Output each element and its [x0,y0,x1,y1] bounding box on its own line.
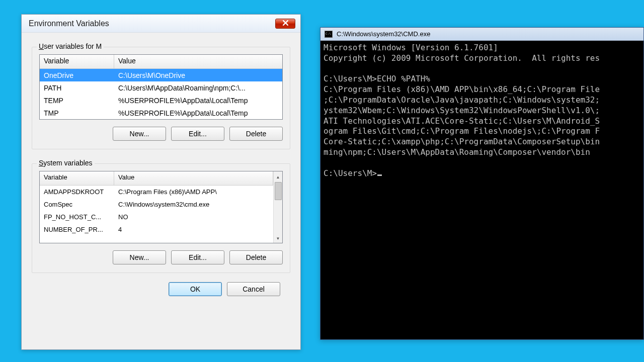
system-delete-button[interactable]: Delete [229,250,283,264]
table-row[interactable]: PATHC:\Users\M\AppData\Roaming\npm;C:\..… [40,81,282,94]
system-edit-button[interactable]: Edit... [171,250,224,264]
system-new-button[interactable]: New... [113,250,166,264]
dialog-titlebar[interactable]: Environment Variables [22,15,300,33]
col-header-variable[interactable]: Variable [40,171,114,185]
table-row[interactable]: TMP%USERPROFILE%\AppData\Local\Temp [40,107,282,119]
cell-value: C:\Program Files (x86)\AMD APP\ [114,187,273,197]
user-variables-label: User variables for M [37,42,104,50]
cell-value: %USERPROFILE%\AppData\Local\Temp [114,108,282,119]
system-variables-group: System variables Variable Value AMDAPPSD… [32,163,290,273]
scrollbar[interactable]: ▲ ▼ [273,171,282,243]
scroll-thumb[interactable] [275,182,282,200]
cell-value: %USERPROFILE%\AppData\Local\Temp [114,95,282,106]
cursor-icon [377,174,382,176]
cell-variable: NUMBER_OF_PR... [40,224,114,235]
cell-variable: OneDrive [40,70,114,81]
scroll-down-icon[interactable]: ▼ [276,234,280,243]
cell-variable: TMP [40,108,114,119]
cell-value: NO [114,212,273,222]
scroll-up-icon[interactable]: ▲ [276,172,280,182]
cell-value: 4 [114,224,273,235]
cmd-titlebar[interactable]: C:\Windows\system32\CMD.exe [320,28,643,41]
cell-variable: PATH [40,82,114,94]
table-header: Variable Value [40,171,273,186]
user-edit-button[interactable]: Edit... [171,127,224,141]
cmd-icon [325,31,333,38]
table-header: Variable Value [40,55,282,69]
cmd-window: C:\Windows\system32\CMD.exe Microsoft Wi… [320,27,644,340]
col-header-variable[interactable]: Variable [40,55,114,68]
cmd-output[interactable]: Microsoft Windows [Version 6.1.7601] Cop… [320,41,643,339]
close-icon [283,20,288,27]
table-row[interactable]: ComSpecC:\Windows\system32\cmd.exe [40,198,273,211]
cmd-title: C:\Windows\system32\CMD.exe [337,30,430,38]
close-button[interactable] [275,19,295,29]
dialog-title: Environment Variables [29,19,275,28]
environment-variables-dialog: Environment Variables User variables for… [21,14,301,350]
cancel-button[interactable]: Cancel [227,282,280,296]
table-row[interactable]: OneDriveC:\Users\M\OneDrive [40,69,282,81]
user-variables-group: User variables for M Variable Value OneD… [32,47,290,149]
cell-variable: TEMP [40,95,114,106]
ok-button[interactable]: OK [169,282,222,296]
cell-value: C:\Users\M\OneDrive [114,70,282,81]
table-row[interactable]: TEMP%USERPROFILE%\AppData\Local\Temp [40,94,282,107]
user-delete-button[interactable]: Delete [229,127,283,141]
system-variables-label: System variables [37,159,95,167]
table-row[interactable]: AMDAPPSDKROOTC:\Program Files (x86)\AMD … [40,186,273,198]
cell-variable: AMDAPPSDKROOT [40,187,114,197]
cell-variable: FP_NO_HOST_C... [40,212,114,222]
table-row[interactable]: NUMBER_OF_PR...4 [40,223,273,236]
cell-value: C:\Users\M\AppData\Roaming\npm;C:\... [114,82,282,94]
system-variables-table[interactable]: Variable Value AMDAPPSDKROOTC:\Program F… [39,171,283,243]
cell-variable: ComSpec [40,199,114,210]
cell-value: C:\Windows\system32\cmd.exe [114,199,273,210]
col-header-value[interactable]: Value [114,171,273,185]
col-header-value[interactable]: Value [114,55,282,68]
user-new-button[interactable]: New... [113,127,166,141]
user-variables-table[interactable]: Variable Value OneDriveC:\Users\M\OneDri… [39,54,283,120]
table-row[interactable]: FP_NO_HOST_C...NO [40,211,273,223]
